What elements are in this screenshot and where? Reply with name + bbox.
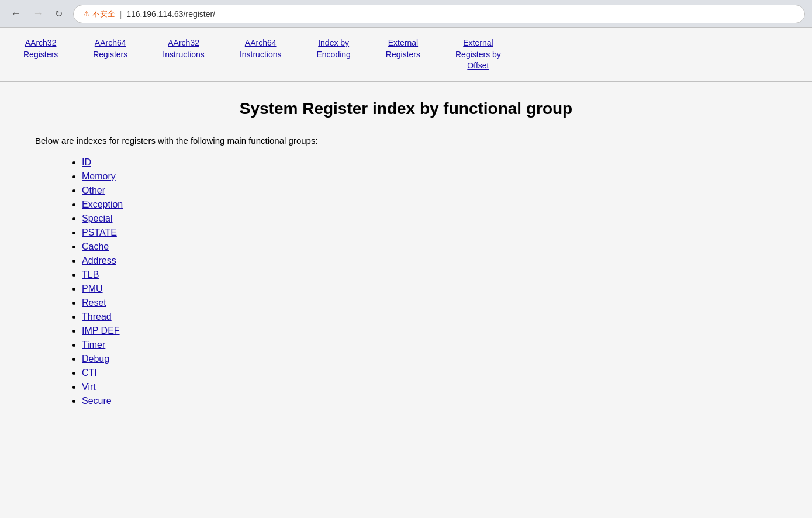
special-link[interactable]: Special	[82, 213, 112, 223]
list-item: Address	[82, 255, 777, 266]
forward-button[interactable]: →	[29, 5, 47, 22]
secure-link[interactable]: Secure	[82, 396, 112, 406]
imp-def-link[interactable]: IMP DEF	[82, 326, 120, 336]
virt-link[interactable]: Virt	[82, 382, 96, 392]
back-button[interactable]: ←	[7, 5, 25, 22]
security-warning: ⚠ 不安全	[83, 9, 115, 19]
list-item: Memory	[82, 171, 777, 182]
list-item: Reset	[82, 298, 777, 308]
address-link[interactable]: Address	[82, 255, 116, 265]
list-item: Thread	[82, 312, 777, 322]
list-item: ID	[82, 157, 777, 168]
browser-chrome: ← → ↻ ⚠ 不安全 | 116.196.114.63/register/	[0, 0, 812, 28]
nav-link-aarch32-registers[interactable]: AArch32Registers	[23, 37, 58, 60]
list-item: IMP DEF	[82, 326, 777, 336]
pmu-link[interactable]: PMU	[82, 284, 103, 293]
thread-link[interactable]: Thread	[82, 312, 112, 322]
nav-bar: AArch32Registers AArch64Registers AArch3…	[0, 28, 812, 82]
reset-link[interactable]: Reset	[82, 298, 106, 308]
list-item: Special	[82, 213, 777, 224]
page-content: AArch32Registers AArch64Registers AArch3…	[0, 28, 812, 424]
list-item: PSTATE	[82, 227, 777, 238]
debug-link[interactable]: Debug	[82, 354, 109, 364]
list-item: Virt	[82, 382, 777, 392]
cti-link[interactable]: CTI	[82, 368, 97, 378]
cache-link[interactable]: Cache	[82, 241, 109, 251]
timer-link[interactable]: Timer	[82, 340, 105, 350]
other-link[interactable]: Other	[82, 185, 105, 195]
nav-link-external-registers[interactable]: ExternalRegisters	[386, 37, 420, 60]
nav-link-external-registers-by-offset[interactable]: ExternalRegisters byOffset	[455, 37, 501, 72]
list-item: Secure	[82, 396, 777, 406]
functional-groups-list: ID Memory Other Exception Special PSTATE…	[35, 157, 777, 406]
nav-link-aarch32-instructions[interactable]: AArch32Instructions	[163, 37, 205, 60]
memory-link[interactable]: Memory	[82, 171, 116, 181]
list-item: Cache	[82, 241, 777, 252]
list-item: Exception	[82, 199, 777, 210]
list-item: Other	[82, 185, 777, 196]
pstate-link[interactable]: PSTATE	[82, 227, 117, 237]
url-separator: |	[120, 9, 122, 19]
list-item: Timer	[82, 340, 777, 350]
main-content: System Register index by functional grou…	[0, 82, 812, 424]
nav-link-aarch64-instructions[interactable]: AArch64Instructions	[240, 37, 282, 60]
nav-link-aarch64-registers[interactable]: AArch64Registers	[93, 37, 127, 60]
list-item: Debug	[82, 354, 777, 364]
exception-link[interactable]: Exception	[82, 199, 123, 209]
address-bar[interactable]: ⚠ 不安全 | 116.196.114.63/register/	[73, 5, 805, 23]
nav-buttons: ← → ↻	[7, 5, 66, 22]
intro-text: Below are indexes for registers with the…	[35, 136, 777, 146]
id-link[interactable]: ID	[82, 157, 91, 167]
refresh-button[interactable]: ↻	[51, 6, 66, 22]
page-title: System Register index by functional grou…	[35, 99, 777, 118]
list-item: CTI	[82, 368, 777, 378]
url-text: 116.196.114.63/register/	[126, 9, 215, 19]
list-item: PMU	[82, 284, 777, 294]
tlb-link[interactable]: TLB	[82, 270, 99, 279]
list-item: TLB	[82, 270, 777, 280]
nav-link-index-by-encoding[interactable]: Index byEncoding	[316, 37, 350, 60]
